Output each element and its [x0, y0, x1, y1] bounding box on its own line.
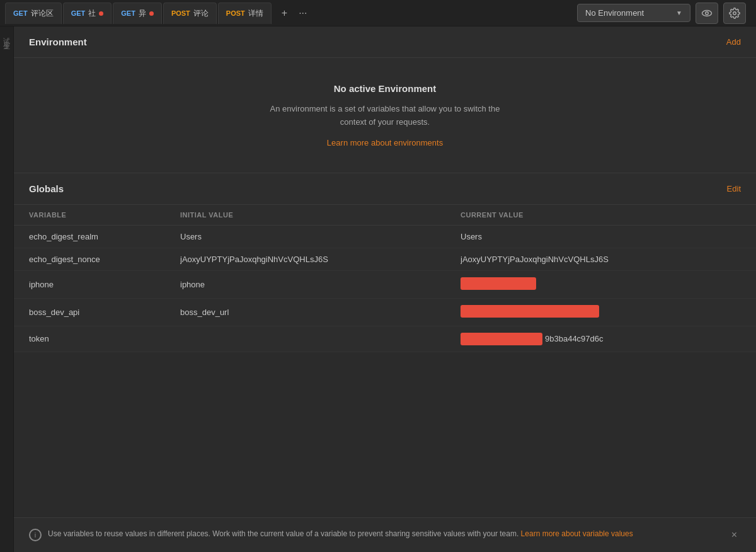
svg-point-1 — [706, 11, 709, 14]
initial-value: boss_dev_url — [180, 308, 461, 317]
learn-more-environments-link[interactable]: Learn more about environments — [327, 138, 443, 147]
info-icon: i — [29, 529, 42, 541]
svg-point-2 — [733, 11, 736, 14]
no-env-description: An environment is a set of variables tha… — [26, 103, 743, 129]
tab-get-comments[interactable]: GET 评论区 — [5, 3, 62, 24]
table-row[interactable]: echo_digest_realm Users Users — [14, 226, 756, 248]
tab-method-get3: GET — [121, 9, 135, 17]
tab-bar: GET 评论区 GET 社 GET 异 POST 评论 POST 详情 + ··… — [0, 0, 756, 26]
visible-token-text: 9b3ba44c97d6c — [545, 334, 604, 343]
tab-method-post1: POST — [171, 9, 190, 17]
col-header-initial: INITIAL VALUE — [180, 211, 461, 219]
var-name: boss_dev_api — [29, 308, 180, 317]
current-value: 9b3ba44c97d6c — [461, 333, 741, 345]
table-row[interactable]: echo_digest_nonce jAoxyUYPTYjPaJoxqhgiNh… — [14, 248, 756, 271]
initial-value: iphone — [180, 280, 461, 289]
initial-value: Users — [180, 232, 461, 241]
no-active-environment: No active Environment An environment is … — [14, 58, 756, 173]
env-selector-area: No Environment ▼ — [577, 3, 751, 24]
current-value — [461, 277, 741, 292]
tab-dot-3 — [149, 11, 154, 16]
add-environment-link[interactable]: Add — [726, 37, 741, 47]
tab-label-5: 详情 — [248, 8, 263, 19]
no-env-title: No active Environment — [26, 83, 743, 94]
current-value: jAoxyUYPTYjPaJoxqhgiNhVcVQHLsJ6S — [461, 255, 741, 264]
left-sidebar-strip: 试 生 ch — [0, 26, 14, 552]
globals-section: Globals Edit VARIABLE INITIAL VALUE CURR… — [14, 173, 756, 352]
col-header-variable: VARIABLE — [29, 211, 180, 219]
redacted-value — [461, 305, 599, 318]
svg-point-0 — [702, 10, 712, 16]
tab-method-post2: POST — [226, 9, 245, 17]
tab-get-other[interactable]: GET 异 — [113, 3, 162, 24]
env-label: No Environment — [585, 8, 671, 18]
variables-table: VARIABLE INITIAL VALUE CURRENT VALUE ech… — [14, 205, 756, 352]
learn-more-variables-link[interactable]: Learn more about variable values — [521, 529, 633, 538]
more-tabs-button[interactable]: ··· — [295, 5, 311, 21]
tab-actions: + ··· — [278, 5, 311, 21]
info-text: Use variables to reuse values in differe… — [48, 528, 721, 540]
redacted-value — [461, 277, 536, 290]
add-tab-button[interactable]: + — [278, 5, 291, 21]
environment-panel-title: Environment — [29, 37, 87, 47]
tab-label-4: 评论 — [193, 8, 209, 19]
tab-get-social[interactable]: GET 社 — [63, 3, 112, 24]
current-value — [461, 305, 741, 319]
var-name: echo_digest_realm — [29, 232, 180, 241]
info-footer: i Use variables to reuse values in diffe… — [14, 517, 756, 552]
tab-label-1: 评论区 — [31, 8, 54, 19]
edit-globals-link[interactable]: Edit — [727, 184, 741, 193]
current-value: Users — [461, 232, 741, 241]
tab-post-detail[interactable]: POST 详情 — [218, 3, 272, 24]
content-area: Environment Add No active Environment An… — [14, 26, 756, 552]
table-header-row: VARIABLE INITIAL VALUE CURRENT VALUE — [14, 205, 756, 226]
table-row[interactable]: boss_dev_api boss_dev_url — [14, 299, 756, 326]
partial-redacted-value: 9b3ba44c97d6c — [461, 333, 741, 345]
tab-dot-2 — [99, 11, 103, 16]
redacted-portion — [461, 333, 542, 345]
close-info-button[interactable]: × — [728, 528, 741, 542]
table-row[interactable]: token 9b3ba44c97d6c — [14, 326, 756, 352]
main-layout: 试 生 ch Environment Add No active Environ… — [0, 26, 756, 552]
globals-title: Globals — [29, 183, 64, 194]
tab-post-comment[interactable]: POST 评论 — [163, 3, 217, 24]
var-name: token — [29, 334, 180, 343]
left-char-3: ch — [3, 42, 11, 49]
chevron-down-icon: ▼ — [676, 9, 682, 16]
var-name: iphone — [29, 280, 180, 289]
globals-header: Globals Edit — [14, 173, 756, 205]
settings-icon-button[interactable] — [723, 3, 746, 24]
eye-icon-button[interactable] — [696, 3, 718, 24]
col-header-current: CURRENT VALUE — [461, 211, 741, 219]
initial-value: jAoxyUYPTYjPaJoxqhgiNhVcVQHLsJ6S — [180, 255, 461, 264]
environment-panel-header: Environment Add — [14, 26, 756, 58]
tab-method-get2: GET — [71, 9, 86, 17]
table-row[interactable]: iphone iphone — [14, 271, 756, 299]
tab-label-2: 社 — [88, 8, 96, 19]
tab-label-3: 异 — [139, 8, 146, 19]
var-name: echo_digest_nonce — [29, 255, 180, 264]
tab-method-get1: GET — [13, 9, 28, 17]
environment-dropdown[interactable]: No Environment ▼ — [577, 4, 690, 22]
